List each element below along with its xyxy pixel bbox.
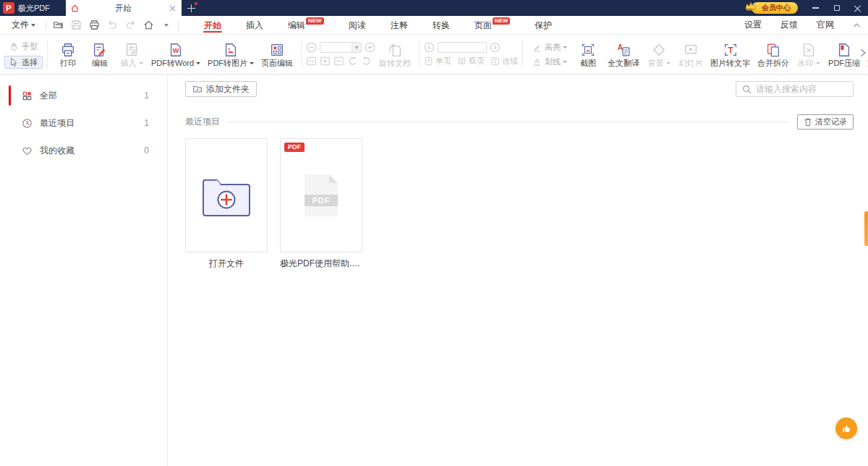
double-page-label: 双页 xyxy=(469,56,485,67)
minimize-icon xyxy=(812,7,819,9)
zoom-in-button[interactable] xyxy=(365,42,375,53)
side-panel-handle[interactable] xyxy=(864,211,868,246)
background-label: 背景 xyxy=(648,59,671,67)
add-folder-button[interactable]: 添加文件夹 xyxy=(185,81,257,97)
ribbon-tab-page[interactable]: 页面NEW xyxy=(470,16,515,34)
edit-button[interactable]: 编辑 xyxy=(84,37,116,72)
home-quick-icon[interactable] xyxy=(142,20,154,31)
fit-width-button[interactable] xyxy=(333,56,344,67)
single-page-label: 单页 xyxy=(435,56,451,67)
page-number-input[interactable] xyxy=(438,42,487,53)
crown-icon xyxy=(744,1,757,15)
search-box[interactable] xyxy=(736,81,854,97)
maximize-button[interactable] xyxy=(826,0,847,16)
merge-split-label: 合并拆分 xyxy=(757,59,789,67)
ribbon-tab-edit[interactable]: 编辑NEW xyxy=(284,16,328,34)
background-button[interactable]: 背景 xyxy=(643,37,675,72)
member-center-button[interactable]: 会员中心 xyxy=(744,0,798,16)
pdf-to-image-button[interactable]: PDF转图片 xyxy=(204,37,258,72)
ribbon-tab-read[interactable]: 阅读 xyxy=(344,16,370,34)
page-edit-button[interactable]: 页面编辑 xyxy=(258,37,297,72)
watermark-button[interactable]: 水印 xyxy=(793,37,825,72)
slideshow-button[interactable]: 幻灯片 xyxy=(675,37,707,72)
rotate-document-button[interactable]: 旋转文档 xyxy=(375,37,414,72)
close-button[interactable] xyxy=(847,0,868,16)
sidebar-item-all[interactable]: 全部 1 xyxy=(0,82,167,109)
file-menu[interactable]: 文件 xyxy=(7,19,40,31)
insert-button[interactable]: 插入 xyxy=(116,37,148,72)
redo-icon[interactable] xyxy=(124,20,136,31)
tab-start[interactable]: 开始 xyxy=(66,0,182,16)
divider xyxy=(522,41,523,68)
feedback-like-button[interactable] xyxy=(835,418,857,439)
previous-page-button[interactable] xyxy=(424,42,435,53)
customize-caret-icon[interactable] xyxy=(161,20,172,31)
insert-icon xyxy=(124,42,140,58)
open-file-icon[interactable] xyxy=(52,20,64,31)
ribbon-tab-convert[interactable]: 转换 xyxy=(428,16,454,34)
pdf-compress-button[interactable]: PDF压缩 xyxy=(825,37,864,72)
undo-icon[interactable] xyxy=(106,20,118,31)
highlight-button[interactable]: 高亮 xyxy=(527,41,572,54)
print-quick-icon[interactable] xyxy=(88,20,100,31)
logo-letter: P xyxy=(6,4,11,12)
zoom-out-button[interactable] xyxy=(306,42,317,53)
zoom-level-select[interactable] xyxy=(320,42,362,53)
ribbon-tab-start[interactable]: 开始 xyxy=(200,16,226,34)
ribbon-tab-label: 保护 xyxy=(535,20,552,32)
edit-icon xyxy=(92,42,108,58)
toolbar-more-icon[interactable] xyxy=(859,48,867,61)
ribbon-tab-protect[interactable]: 保护 xyxy=(530,16,556,34)
open-file-label[interactable]: 打开文件 xyxy=(209,258,244,270)
grid-icon xyxy=(22,90,33,101)
app-logo: P 极光PDF xyxy=(0,0,56,16)
chevron-down-icon xyxy=(31,24,35,27)
thumbs-up-icon xyxy=(841,423,852,434)
select-tool-button[interactable]: 选择 xyxy=(4,56,43,69)
clear-history-button[interactable]: 清空记录 xyxy=(797,114,854,130)
feedback-link[interactable]: 反馈 xyxy=(780,19,798,31)
rotate-left-icon[interactable] xyxy=(347,56,358,67)
actual-size-button[interactable] xyxy=(306,56,317,67)
settings-link[interactable]: 设置 xyxy=(744,19,762,31)
recent-file-label[interactable]: 极光PDF使用帮助.pdf xyxy=(280,258,362,270)
new-tab-button[interactable] xyxy=(182,0,200,16)
pdf-to-word-button[interactable]: W PDF转Word xyxy=(148,37,204,72)
hand-tool-button[interactable]: 手型 xyxy=(4,40,43,53)
tab-close-icon[interactable] xyxy=(167,3,177,13)
ribbon-tab-label: 注释 xyxy=(391,20,408,32)
save-icon[interactable] xyxy=(70,20,82,31)
toolbar: 手型 选择 打印 编辑 插入 W PDF转Word PDF转图片 xyxy=(0,35,868,75)
hand-tool-label: 手型 xyxy=(22,41,38,51)
image-to-text-button[interactable]: 图片转文字 xyxy=(707,37,754,72)
image-to-text-icon xyxy=(723,42,739,58)
slideshow-icon xyxy=(683,42,699,58)
double-page-button[interactable]: 双页 xyxy=(457,56,485,67)
svg-text:W: W xyxy=(173,47,179,54)
rotate-right-icon[interactable] xyxy=(361,56,372,67)
clock-icon xyxy=(22,118,33,129)
single-page-button[interactable]: 单页 xyxy=(424,56,451,67)
sidebar-item-recent[interactable]: 最近项目 1 xyxy=(0,109,167,137)
website-link[interactable]: 官网 xyxy=(817,19,834,31)
search-input[interactable] xyxy=(756,84,847,94)
collapse-ribbon-icon[interactable] xyxy=(853,22,861,28)
open-file-card[interactable] xyxy=(185,138,268,253)
merge-split-button[interactable]: 合并拆分 xyxy=(754,37,793,72)
single-page-icon xyxy=(424,56,433,66)
fit-page-button[interactable] xyxy=(320,56,331,67)
translate-button[interactable]: A 全文翻译 xyxy=(604,37,643,72)
next-page-button[interactable] xyxy=(490,42,501,53)
sidebar-item-count: 0 xyxy=(144,145,149,156)
underline-button[interactable]: 划线 xyxy=(527,56,572,68)
pdf-band-text: PDF xyxy=(305,195,338,206)
continuous-button[interactable]: 连续 xyxy=(490,56,518,67)
sidebar-item-favorites[interactable]: 我的收藏 0 xyxy=(0,137,167,164)
print-button[interactable]: 打印 xyxy=(52,37,84,72)
minimize-button[interactable] xyxy=(805,0,826,16)
screenshot-button[interactable]: 截图 xyxy=(572,37,604,72)
recent-file-card[interactable]: PDF PDF xyxy=(280,138,362,253)
ribbon-tab-annotate[interactable]: 注释 xyxy=(386,16,412,34)
trash-icon xyxy=(804,117,812,127)
ribbon-tab-insert[interactable]: 插入 xyxy=(242,16,268,34)
